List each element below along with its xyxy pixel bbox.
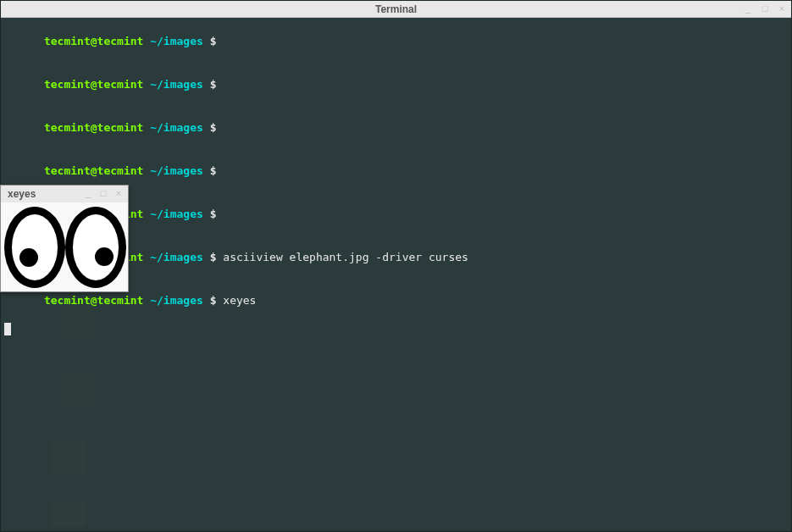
cursor-line <box>4 322 788 336</box>
prompt-user: tecmint@tecmint <box>44 78 143 91</box>
prompt-path: ~/images <box>150 35 203 47</box>
svg-point-3 <box>73 214 119 280</box>
xeyes-window-controls: _ □ × <box>82 187 125 199</box>
xeyes-body <box>1 202 128 291</box>
prompt-user: tecmint@tecmint <box>44 35 143 47</box>
eyes-icon <box>1 202 130 291</box>
prompt-line: tecmint@tecmint ~/images $ <box>4 19 788 63</box>
maximize-button[interactable]: □ <box>97 187 109 199</box>
prompt-path: ~/images <box>150 164 203 177</box>
xeyes-titlebar[interactable]: xeyes _ □ × <box>1 186 128 202</box>
ghost-desktop-icon <box>52 501 86 529</box>
terminal-window-controls: _ □ × <box>742 3 788 14</box>
prompt-path: ~/images <box>150 294 203 307</box>
prompt-path: ~/images <box>150 121 203 134</box>
close-button[interactable]: × <box>776 3 788 14</box>
prompt-path: ~/images <box>150 208 203 220</box>
ghost-desktop-icon <box>26 374 128 411</box>
command-text: xeyes <box>223 294 256 307</box>
terminal-title: Terminal <box>375 3 417 15</box>
minimize-button[interactable]: _ <box>742 3 754 14</box>
prompt-user: tecmint@tecmint <box>44 121 143 134</box>
left-pupil <box>19 248 38 267</box>
prompt-user: tecmint@tecmint <box>44 164 143 177</box>
prompt-path: ~/images <box>150 78 203 91</box>
right-pupil <box>95 247 114 266</box>
minimize-button[interactable]: _ <box>82 187 94 199</box>
maximize-button[interactable]: □ <box>759 3 771 14</box>
ghost-desktop-icon <box>52 441 86 479</box>
xeyes-title: xeyes <box>8 188 36 200</box>
cursor-block <box>4 323 11 335</box>
prompt-path: ~/images <box>150 251 203 263</box>
xeyes-window[interactable]: xeyes _ □ × <box>0 185 129 292</box>
terminal-titlebar[interactable]: Terminal _ □ × <box>1 1 791 18</box>
prompt-line: tecmint@tecmint ~/images $ <box>4 63 788 106</box>
prompt-line: tecmint@tecmint ~/images $ <box>4 106 788 149</box>
svg-point-1 <box>12 214 58 280</box>
command-text: asciiview elephant.jpg -driver curses <box>223 251 468 263</box>
close-button[interactable]: × <box>113 187 125 199</box>
prompt-user: tecmint@tecmint <box>44 294 143 307</box>
